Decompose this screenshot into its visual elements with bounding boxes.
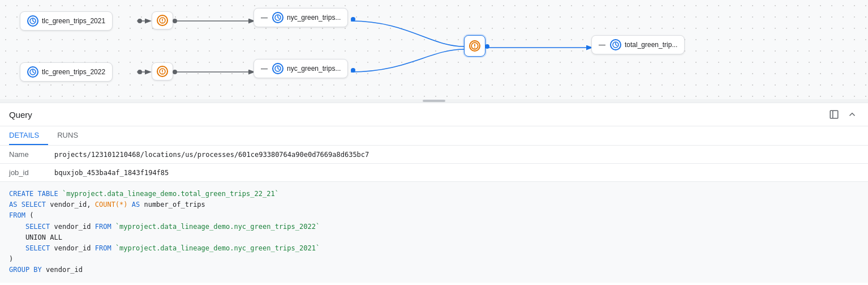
node-nyc-2021[interactable]: — nyc_green_trips... [253, 8, 348, 27]
sql-line-5: UNION ALL [9, 232, 859, 243]
collapse-icon[interactable] [845, 108, 859, 121]
node-total[interactable]: — total_green_trip... [591, 35, 685, 54]
node-orange-bottom[interactable] [152, 62, 173, 80]
node-tlc-2022[interactable]: tlc_green_trips_2022 [20, 62, 113, 82]
tab-runs[interactable]: RUNS [57, 126, 87, 145]
node-icon-blue-2 [272, 12, 283, 23]
divider-handle [423, 100, 445, 102]
node-label: nyc_green_trips... [287, 65, 341, 73]
node-icon-blue-5 [610, 39, 621, 50]
connector-dot [137, 70, 142, 74]
node-icon-blue-3 [27, 66, 38, 78]
field-key: Name [0, 146, 45, 164]
sql-line-3: FROM ( [9, 210, 859, 221]
svg-line-28 [616, 45, 617, 46]
field-value: bquxjob_453ba4af_1843f194f85 [45, 164, 868, 182]
query-title: Query [9, 110, 32, 120]
node-icon-orange [157, 15, 168, 26]
tab-details[interactable]: DETAILS [9, 126, 48, 145]
svg-line-7 [33, 21, 35, 22]
node-icon-orange-2 [157, 66, 168, 77]
dash-icon: — [261, 14, 268, 22]
sql-block: CREATE TABLE `myproject.data_lineage_dem… [0, 182, 868, 283]
dash-icon-2: — [261, 65, 268, 73]
sql-line-6: SELECT vendor_id FROM `myproject.data_li… [9, 243, 859, 254]
field-key: job_id [0, 164, 45, 182]
table-row: job_id bquxjob_453ba4af_1843f194f85 [0, 164, 868, 182]
svg-line-13 [278, 18, 280, 19]
sql-line-8: GROUP BY vendor_id [9, 265, 859, 275]
svg-point-25 [474, 48, 475, 49]
connector-dot [173, 19, 177, 23]
node-icon-blue [27, 15, 38, 27]
node-label: tlc_green_trips_2022 [42, 68, 105, 76]
sql-line-7: ) [9, 254, 859, 265]
svg-rect-29 [830, 110, 838, 118]
svg-line-16 [33, 72, 35, 73]
svg-point-10 [162, 22, 163, 23]
node-union[interactable] [464, 35, 485, 57]
connector-dot [173, 70, 177, 74]
connector-dot-blue-2 [351, 68, 355, 73]
svg-line-22 [278, 69, 280, 70]
node-icon-blue-4 [272, 63, 283, 74]
node-tlc-2021[interactable]: tlc_green_trips_2021 [20, 11, 113, 31]
dag-connections [0, 0, 868, 99]
connector-dot-blue-3 [485, 44, 489, 49]
node-label: nyc_green_trips... [287, 14, 341, 22]
query-header: Query [0, 103, 868, 126]
expand-icon[interactable] [827, 108, 841, 121]
connector-dot [137, 19, 142, 23]
connector-dot-blue [351, 17, 355, 22]
dash-icon-3: — [599, 41, 605, 49]
table-row: Name projects/123101210468/locations/us/… [0, 146, 868, 164]
node-nyc-2022[interactable]: — nyc_green_trips... [253, 59, 348, 78]
tabs-container: DETAILS RUNS [0, 126, 868, 146]
sql-line-2: AS SELECT vendor_id, COUNT(*) AS number_… [9, 199, 859, 210]
details-table: Name projects/123101210468/locations/us/… [0, 146, 868, 182]
sql-line-1: CREATE TABLE `myproject.data_lineage_dem… [9, 189, 859, 199]
node-icon-orange-3 [469, 40, 480, 52]
header-actions [827, 108, 859, 121]
node-label: total_green_trip... [625, 41, 677, 49]
dag-canvas[interactable]: tlc_green_trips_2021 — nyc_green_trips..… [0, 0, 868, 99]
field-value: projects/123101210468/locations/us/proce… [45, 146, 868, 164]
query-panel: Query DETAILS RUNS Name projects/1231012… [0, 103, 868, 283]
node-orange-top[interactable] [152, 11, 173, 29]
svg-point-19 [162, 73, 163, 74]
node-label: tlc_green_trips_2021 [42, 17, 105, 25]
sql-line-4: SELECT vendor_id FROM `myproject.data_li… [9, 222, 859, 232]
